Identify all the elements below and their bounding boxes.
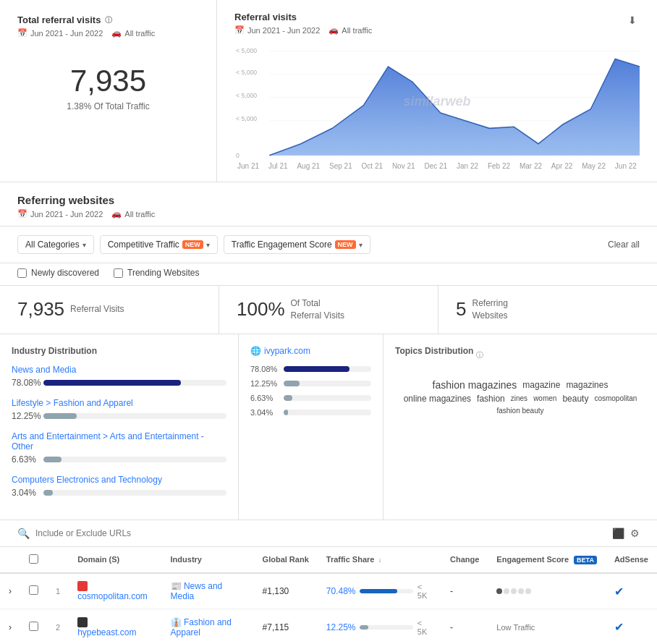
ref-traffic-icon: 🚗 [111,209,122,219]
industry-dist-item-1: News and Media 78.08% [12,365,226,388]
url-filter-input[interactable] [35,528,606,538]
ref-traffic-filter: All traffic [124,210,155,219]
chart-x-label: Oct 21 [362,162,383,170]
domain-link[interactable]: cosmopolitan.com [77,591,148,601]
global-rank-col-header: Global Rank [254,547,318,573]
industry-link-fashion[interactable]: Lifestyle > Fashion and Apparel [12,398,226,408]
total-referral-date: Jun 2021 - Jun 2022 [30,29,103,38]
traffic-share-cell: 70.48% < 5K [318,573,441,609]
engagement-dots [496,588,597,594]
svg-text:0: 0 [236,151,240,158]
industry-pct-2: 12.25% [12,411,38,421]
newly-discovered-input[interactable] [17,268,27,278]
check-col-header [20,547,47,573]
newly-discovered-checkbox[interactable]: Newly discovered [17,268,99,278]
traffic-pct: 70.48% [326,586,355,596]
chart-x-label: Apr 22 [551,162,572,170]
domain-link[interactable]: hypebeast.com [77,627,136,637]
competitive-traffic-label: Competitive Traffic [108,240,179,250]
traffic-new-badge: NEW [335,240,356,249]
table-row: › 2 hypebeast.com 👔 Fashion and Apparel … [0,609,657,644]
chart-x-label: Jan 22 [457,162,478,170]
chevron-down-icon: ▾ [82,241,86,249]
row-checkbox[interactable] [29,585,38,595]
topic-fashion-magazines[interactable]: fashion magazines [433,379,517,391]
adsense-cell: ✔ [606,573,657,609]
topic-fashion[interactable]: fashion [477,394,505,404]
topic-beauty[interactable]: beauty [562,394,588,404]
referring-websites-value: 5 [456,298,466,321]
topic-online-magazines[interactable]: online magazines [404,394,471,404]
chart-x-label: Jun 21 [237,162,259,170]
expand-col-header [0,547,20,573]
topics-dist-title: Topics Distribution [395,346,473,356]
domain-favicon [77,581,88,591]
referring-websites-metric: 5 ReferringWebsites [438,286,657,334]
referral-visits-label: Referral Visits [70,303,124,315]
topic-women[interactable]: women [533,394,556,402]
trending-websites-input[interactable] [114,268,123,278]
export-icon[interactable]: ⬛ [612,528,624,539]
topic-magazine[interactable]: magazine [522,380,560,390]
competitive-traffic-filter[interactable]: Competitive Traffic NEW ▾ [100,235,218,254]
engagement-dot [525,588,531,594]
traffic-bar [360,625,413,630]
traffic-share-col-header[interactable]: Traffic Share ↓ [318,547,441,573]
row-checkbox-cell[interactable] [20,609,47,644]
change-cell: - [441,573,488,609]
competitive-new-badge: NEW [182,240,203,249]
all-categories-filter[interactable]: All Categories ▾ [17,235,94,254]
chart-date-range: Jun 2021 - Jun 2022 [247,26,320,35]
industry-link-news[interactable]: News and Media [12,365,226,375]
of-total-label: Of TotalReferral Visits [291,297,344,322]
row-checkbox-cell[interactable] [20,573,47,609]
chart-x-label: Jun 22 [615,162,637,170]
engagement-score-cell [488,573,606,609]
traffic-icon: 🚗 [111,28,122,38]
clear-all-button[interactable]: Clear all [608,240,640,250]
engagement-dot [496,588,502,594]
industry-link-computers[interactable]: Computers Electronics and Technology [12,475,226,485]
change-cell: - [441,609,488,644]
traffic-bar [360,589,413,593]
total-referral-number: 7,935 [17,64,199,98]
engagement-score-col-header: Engagement Score BETA [488,547,606,573]
num-col-header [47,547,69,573]
traffic-engagement-filter[interactable]: Traffic Engagement Score NEW ▾ [224,235,370,254]
select-all-checkbox[interactable] [29,554,38,564]
trending-websites-checkbox[interactable]: Trending Websites [114,268,199,278]
engagement-dot [518,588,524,594]
industry-dist-item-3: Arts and Entertainment > Arts and Entert… [12,431,226,465]
low-traffic-label: Low Traffic [496,623,535,632]
svg-text:< 5,000: < 5,000 [236,114,257,122]
download-button[interactable]: ⬇ [625,12,640,29]
topic-zines[interactable]: zines [511,394,527,402]
expand-cell[interactable]: › [0,609,20,644]
traffic-share-value: < 5K [417,582,433,600]
industry-pct-3: 6.63% [12,454,38,465]
total-referral-traffic: All traffic [124,29,155,38]
industry-link-arts[interactable]: Arts and Entertainment > Arts and Entert… [12,431,226,452]
global-rank-cell: #7,115 [254,609,318,644]
row-checkbox[interactable] [29,622,38,631]
traffic-sort-icon: ↓ [378,556,381,564]
topics-cloud: fashion magazines magazine magazines onl… [395,373,645,420]
chart-calendar-icon: 📅 [234,25,245,35]
topic-cosmopolitan[interactable]: cosmopolitan [594,394,637,402]
settings-icon[interactable]: ⚙ [630,528,640,539]
engagement-dot [504,588,509,594]
svg-text:< 5,000: < 5,000 [236,46,257,54]
chart-x-label: Feb 22 [488,162,510,170]
topic-fashion-beauty[interactable]: fashion beauty [496,407,543,415]
topic-magazines[interactable]: magazines [566,380,608,390]
newly-discovered-label: Newly discovered [31,268,99,278]
industry-dist-item-4: Computers Electronics and Technology 3.0… [12,475,226,498]
adsense-cell: ✔ [606,609,657,644]
expand-cell[interactable]: › [0,573,20,609]
total-referral-subtext: 1.38% Of Total Traffic [17,101,199,111]
row-num: 1 [47,573,69,609]
traffic-pct: 12.25% [326,622,355,632]
ref-date-range: Jun 2021 - Jun 2022 [30,210,103,219]
chevron-down-icon-2: ▾ [206,241,210,249]
beta-badge: BETA [574,556,597,564]
